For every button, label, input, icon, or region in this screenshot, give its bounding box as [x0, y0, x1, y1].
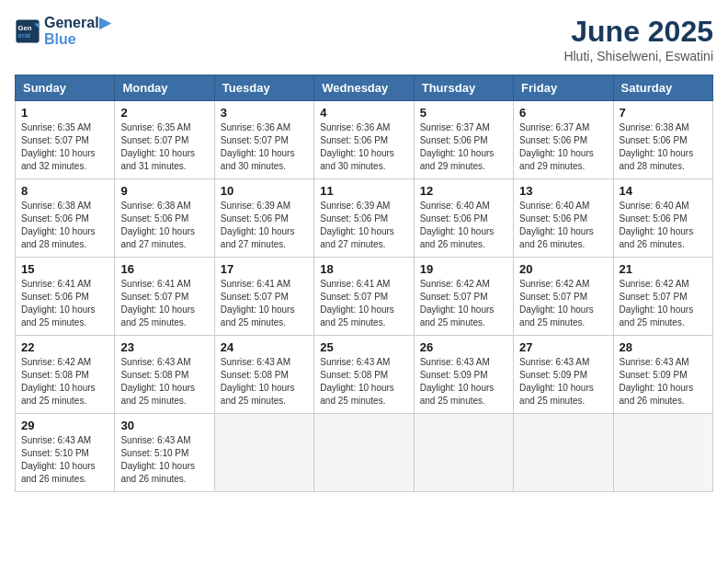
calendar-cell: 16Sunrise: 6:41 AM Sunset: 5:07 PM Dayli…	[115, 258, 214, 336]
calendar-cell	[613, 414, 712, 492]
day-number: 11	[320, 184, 407, 198]
day-info: Sunrise: 6:39 AM Sunset: 5:06 PM Dayligh…	[221, 200, 308, 251]
day-info: Sunrise: 6:43 AM Sunset: 5:08 PM Dayligh…	[320, 356, 407, 408]
day-number: 26	[420, 340, 507, 354]
day-number: 27	[519, 340, 607, 354]
day-number: 18	[320, 262, 407, 276]
day-info: Sunrise: 6:42 AM Sunset: 5:07 PM Dayligh…	[519, 278, 607, 329]
day-number: 23	[120, 340, 208, 354]
day-info: Sunrise: 6:35 AM Sunset: 5:07 PM Dayligh…	[120, 121, 208, 173]
day-number: 13	[519, 184, 607, 198]
day-info: Sunrise: 6:43 AM Sunset: 5:10 PM Dayligh…	[120, 434, 208, 486]
day-info: Sunrise: 6:41 AM Sunset: 5:07 PM Dayligh…	[221, 278, 308, 329]
day-number: 16	[120, 262, 208, 276]
calendar-cell: 28Sunrise: 6:43 AM Sunset: 5:09 PM Dayli…	[613, 336, 712, 414]
calendar-cell: 30Sunrise: 6:43 AM Sunset: 5:10 PM Dayli…	[115, 414, 214, 492]
calendar-cell: 17Sunrise: 6:41 AM Sunset: 5:07 PM Dayli…	[214, 258, 313, 336]
day-number: 3	[221, 106, 308, 120]
weekday-header-monday: Monday	[115, 75, 214, 101]
day-number: 29	[21, 419, 108, 432]
day-info: Sunrise: 6:43 AM Sunset: 5:09 PM Dayligh…	[420, 356, 507, 408]
day-number: 25	[320, 340, 407, 354]
day-number: 17	[221, 262, 308, 276]
day-info: Sunrise: 6:39 AM Sunset: 5:06 PM Dayligh…	[320, 200, 407, 251]
day-info: Sunrise: 6:42 AM Sunset: 5:07 PM Dayligh…	[620, 278, 707, 329]
calendar-cell: 24Sunrise: 6:43 AM Sunset: 5:08 PM Dayli…	[214, 336, 313, 414]
day-number: 2	[120, 106, 208, 120]
day-info: Sunrise: 6:43 AM Sunset: 5:08 PM Dayligh…	[221, 356, 308, 408]
calendar-cell: 3Sunrise: 6:36 AM Sunset: 5:07 PM Daylig…	[214, 101, 313, 179]
day-number: 1	[21, 106, 108, 120]
calendar-cell: 15Sunrise: 6:41 AM Sunset: 5:06 PM Dayli…	[16, 258, 115, 336]
month-title: June 2025	[563, 15, 713, 49]
calendar-cell: 9Sunrise: 6:38 AM Sunset: 5:06 PM Daylig…	[115, 179, 214, 258]
day-number: 20	[519, 262, 607, 276]
day-number: 12	[420, 184, 507, 198]
day-number: 5	[420, 106, 507, 120]
calendar-cell: 21Sunrise: 6:42 AM Sunset: 5:07 PM Dayli…	[613, 258, 712, 336]
calendar-cell: 8Sunrise: 6:38 AM Sunset: 5:06 PM Daylig…	[16, 179, 115, 258]
calendar-table: SundayMondayTuesdayWednesdayThursdayFrid…	[15, 75, 713, 492]
week-row-3: 15Sunrise: 6:41 AM Sunset: 5:06 PM Dayli…	[16, 258, 713, 336]
day-info: Sunrise: 6:40 AM Sunset: 5:06 PM Dayligh…	[620, 200, 707, 251]
day-info: Sunrise: 6:41 AM Sunset: 5:07 PM Dayligh…	[320, 278, 407, 329]
calendar-cell: 11Sunrise: 6:39 AM Sunset: 5:06 PM Dayli…	[314, 179, 414, 258]
svg-text:Gen: Gen	[18, 23, 32, 31]
week-row-4: 22Sunrise: 6:42 AM Sunset: 5:08 PM Dayli…	[16, 336, 713, 414]
calendar-cell	[414, 414, 513, 492]
svg-text:eral: eral	[18, 31, 31, 40]
day-number: 7	[620, 106, 707, 120]
location-subtitle: Hluti, Shiselweni, Eswatini	[563, 49, 713, 63]
day-info: Sunrise: 6:42 AM Sunset: 5:08 PM Dayligh…	[21, 356, 108, 408]
day-number: 4	[320, 106, 407, 120]
calendar-cell: 1Sunrise: 6:35 AM Sunset: 5:07 PM Daylig…	[16, 101, 115, 179]
calendar-cell	[214, 414, 313, 492]
weekday-header-row: SundayMondayTuesdayWednesdayThursdayFrid…	[16, 75, 713, 101]
day-info: Sunrise: 6:36 AM Sunset: 5:07 PM Dayligh…	[221, 121, 308, 173]
day-info: Sunrise: 6:40 AM Sunset: 5:06 PM Dayligh…	[519, 200, 607, 251]
day-info: Sunrise: 6:42 AM Sunset: 5:07 PM Dayligh…	[420, 278, 507, 329]
calendar-cell: 7Sunrise: 6:38 AM Sunset: 5:06 PM Daylig…	[613, 101, 712, 179]
calendar-cell: 18Sunrise: 6:41 AM Sunset: 5:07 PM Dayli…	[314, 258, 414, 336]
logo: Gen eral General▶ Blue	[15, 15, 110, 47]
day-number: 30	[120, 419, 208, 432]
day-number: 8	[21, 184, 108, 198]
logo-text: General▶ Blue	[44, 15, 110, 47]
logo-icon: Gen eral	[15, 18, 40, 44]
day-info: Sunrise: 6:37 AM Sunset: 5:06 PM Dayligh…	[519, 121, 607, 173]
calendar-cell: 26Sunrise: 6:43 AM Sunset: 5:09 PM Dayli…	[414, 336, 513, 414]
weekday-header-saturday: Saturday	[613, 75, 712, 101]
calendar-cell: 19Sunrise: 6:42 AM Sunset: 5:07 PM Dayli…	[414, 258, 513, 336]
day-number: 6	[519, 106, 607, 120]
day-number: 24	[221, 340, 308, 354]
calendar-cell: 2Sunrise: 6:35 AM Sunset: 5:07 PM Daylig…	[115, 101, 214, 179]
calendar-cell: 20Sunrise: 6:42 AM Sunset: 5:07 PM Dayli…	[514, 258, 613, 336]
calendar-cell: 5Sunrise: 6:37 AM Sunset: 5:06 PM Daylig…	[414, 101, 513, 179]
day-info: Sunrise: 6:41 AM Sunset: 5:06 PM Dayligh…	[21, 278, 108, 329]
calendar-cell: 4Sunrise: 6:36 AM Sunset: 5:06 PM Daylig…	[314, 101, 414, 179]
calendar-cell	[514, 414, 613, 492]
weekday-header-sunday: Sunday	[16, 75, 115, 101]
day-info: Sunrise: 6:37 AM Sunset: 5:06 PM Dayligh…	[420, 121, 507, 173]
page-header: Gen eral General▶ Blue June 2025 Hluti, …	[15, 15, 713, 63]
day-info: Sunrise: 6:43 AM Sunset: 5:08 PM Dayligh…	[120, 356, 208, 408]
day-info: Sunrise: 6:43 AM Sunset: 5:10 PM Dayligh…	[21, 434, 108, 486]
day-info: Sunrise: 6:38 AM Sunset: 5:06 PM Dayligh…	[21, 200, 108, 251]
day-info: Sunrise: 6:43 AM Sunset: 5:09 PM Dayligh…	[620, 356, 707, 408]
day-number: 22	[21, 340, 108, 354]
calendar-cell: 27Sunrise: 6:43 AM Sunset: 5:09 PM Dayli…	[514, 336, 613, 414]
weekday-header-friday: Friday	[514, 75, 613, 101]
day-number: 15	[21, 262, 108, 276]
week-row-1: 1Sunrise: 6:35 AM Sunset: 5:07 PM Daylig…	[16, 101, 713, 179]
calendar-cell: 29Sunrise: 6:43 AM Sunset: 5:10 PM Dayli…	[16, 414, 115, 492]
day-number: 21	[620, 262, 707, 276]
day-info: Sunrise: 6:40 AM Sunset: 5:06 PM Dayligh…	[420, 200, 507, 251]
day-info: Sunrise: 6:35 AM Sunset: 5:07 PM Dayligh…	[21, 121, 108, 173]
calendar-cell: 14Sunrise: 6:40 AM Sunset: 5:06 PM Dayli…	[613, 179, 712, 258]
calendar-cell: 6Sunrise: 6:37 AM Sunset: 5:06 PM Daylig…	[514, 101, 613, 179]
week-row-5: 29Sunrise: 6:43 AM Sunset: 5:10 PM Dayli…	[16, 414, 713, 492]
calendar-cell: 22Sunrise: 6:42 AM Sunset: 5:08 PM Dayli…	[16, 336, 115, 414]
calendar-cell: 12Sunrise: 6:40 AM Sunset: 5:06 PM Dayli…	[414, 179, 513, 258]
week-row-2: 8Sunrise: 6:38 AM Sunset: 5:06 PM Daylig…	[16, 179, 713, 258]
calendar-cell	[314, 414, 414, 492]
